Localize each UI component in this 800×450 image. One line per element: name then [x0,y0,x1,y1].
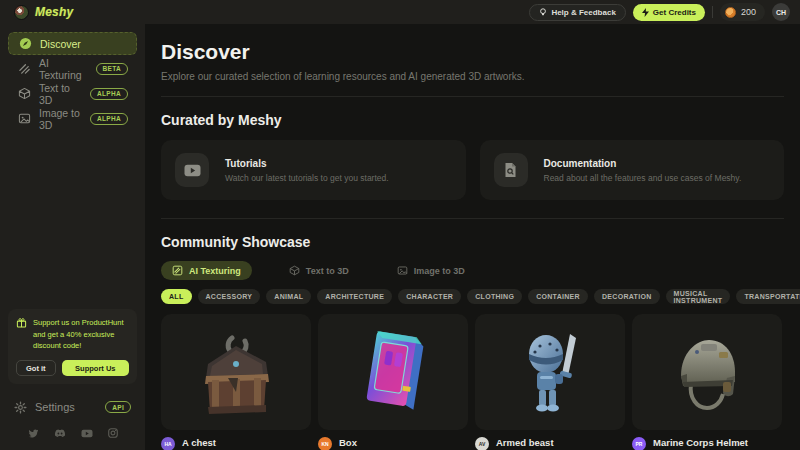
meshy-logo-icon [14,5,29,20]
curated-heading: Curated by Meshy [161,112,784,128]
curated-card-title: Documentation [544,158,742,169]
tab-label: AI Texturing [189,266,241,276]
twitter-icon[interactable] [28,428,39,438]
support-us-button[interactable]: Support Us [62,360,129,376]
lightbulb-icon [539,8,547,16]
sidebar-item-discover[interactable]: Discover [8,32,137,55]
tab-label: Image to 3D [414,266,465,276]
discord-icon[interactable] [54,429,66,438]
texture-brush-icon [17,62,31,76]
curated-card-title: Tutorials [225,158,389,169]
filter-architecture[interactable]: ARCHITECTURE [317,289,392,304]
tutorials-card[interactable]: Tutorials Watch our latest tutorials to … [161,140,466,200]
divider [161,218,784,219]
tab-text-to-3d[interactable]: Text to 3D [278,261,360,280]
sidebar-item-label: Text to 3D [39,82,82,106]
cube-icon [17,87,31,101]
promo-text: Support us on ProductHunt and get a 40% … [33,317,129,352]
filter-character[interactable]: CHARACTER [398,289,461,304]
filter-musical-instrument[interactable]: MUSICAL INSTRUMENT [666,289,731,304]
showcase-gallery: HA A chest Hannah [161,314,784,450]
coin-icon [725,7,736,18]
sidebar-item-text-to-3d[interactable]: Text to 3D ALPHA [8,82,137,105]
filter-transportation[interactable]: TRANSPORTATION [736,289,800,304]
texture-brush-icon [172,265,183,276]
showcase-tabs: AI Texturing Text to 3D Image to 3D [161,261,784,280]
producthunt-promo-card: Support us on ProductHunt and get a 40% … [8,309,137,384]
sidebar: Discover AI Texturing BETA Text to 3D AL… [0,24,145,450]
divider [161,96,784,97]
filter-all[interactable]: ALL [161,289,192,304]
settings-label: Settings [35,401,75,413]
instagram-icon[interactable] [108,428,118,438]
model-title[interactable]: Box [339,437,371,449]
showcase-item-armed-beast: AV Armed beast AVAR [475,314,625,450]
curated-card-desc: Read about all the features and use case… [544,173,742,183]
document-search-icon [494,153,528,187]
youtube-icon[interactable] [81,429,93,438]
filter-clothing[interactable]: CLOTHING [467,289,522,304]
youtube-play-icon [175,153,209,187]
sidebar-item-settings[interactable]: Settings API [8,396,137,418]
topbar: Meshy Help & Feedback Get Credits 200 CH [0,0,800,24]
get-credits-label: Get Credits [653,8,696,17]
documentation-card[interactable]: Documentation Read about all the feature… [480,140,785,200]
model-thumbnail-armed-beast[interactable] [475,314,625,430]
social-links [8,418,137,442]
gear-icon [14,401,27,414]
filter-animal[interactable]: ANIMAL [266,289,311,304]
sidebar-item-label: Image to 3D [39,107,82,131]
category-filters: ALL ACCESSORY ANIMAL ARCHITECTURE CHARAC… [161,289,784,304]
sidebar-item-image-to-3d[interactable]: Image to 3D ALPHA [8,107,137,130]
showcase-heading: Community Showcase [161,234,784,250]
credits-balance[interactable]: 200 [720,3,765,21]
filter-decoration[interactable]: DECORATION [594,289,660,304]
author-avatar[interactable]: KN [318,437,332,450]
model-thumbnail-chest[interactable] [161,314,311,430]
gift-icon [16,317,27,352]
filter-container[interactable]: CONTAINER [528,289,588,304]
model-title[interactable]: Marine Corps Helmet [653,437,748,449]
alpha-badge: ALPHA [90,88,128,100]
filter-accessory[interactable]: ACCESSORY [198,289,261,304]
showcase-item-a-chest: HA A chest Hannah [161,314,311,450]
author-avatar[interactable]: AV [475,437,489,450]
credits-count: 200 [741,7,756,17]
page-subtitle: Explore our curated selection of learnin… [161,71,784,82]
help-feedback-label: Help & Feedback [551,8,615,17]
tab-ai-texturing[interactable]: AI Texturing [161,261,252,280]
model-title[interactable]: Armed beast [496,437,554,449]
topbar-separator [712,6,713,18]
main-content: Discover Explore our curated selection o… [145,24,800,450]
model-title[interactable]: A chest [182,437,216,449]
model-thumbnail-helmet[interactable] [632,314,782,430]
get-credits-button[interactable]: Get Credits [633,4,705,21]
beta-badge: BETA [96,63,128,75]
alpha-badge: ALPHA [90,113,128,125]
tab-label: Text to 3D [306,266,349,276]
image-icon [397,265,408,276]
author-avatar[interactable]: HA [161,437,175,450]
image-icon [17,112,31,126]
api-badge: API [105,401,131,413]
sidebar-item-label: AI Texturing [39,57,88,81]
sidebar-item-ai-texturing[interactable]: AI Texturing BETA [8,57,137,80]
curated-card-desc: Watch our latest tutorials to get you st… [225,173,389,183]
discover-compass-icon [18,37,32,51]
got-it-button[interactable]: Got it [16,360,56,376]
page-title: Discover [161,40,784,64]
brand-name: Meshy [35,5,73,19]
sidebar-item-label: Discover [40,38,81,50]
cube-icon [289,265,300,276]
model-thumbnail-box[interactable] [318,314,468,430]
user-avatar[interactable]: CH [772,3,790,21]
meshy-app: Meshy Help & Feedback Get Credits 200 CH [0,0,800,450]
tab-image-to-3d[interactable]: Image to 3D [386,261,476,280]
help-feedback-button[interactable]: Help & Feedback [529,4,625,21]
brand[interactable]: Meshy [14,5,73,20]
showcase-item-box: KN Box Knight42 [318,314,468,450]
lightning-icon [642,8,649,17]
author-avatar[interactable]: PR [632,437,646,450]
showcase-item-marine-corps-helmet: PR Marine Corps Helmet Proton [632,314,782,450]
